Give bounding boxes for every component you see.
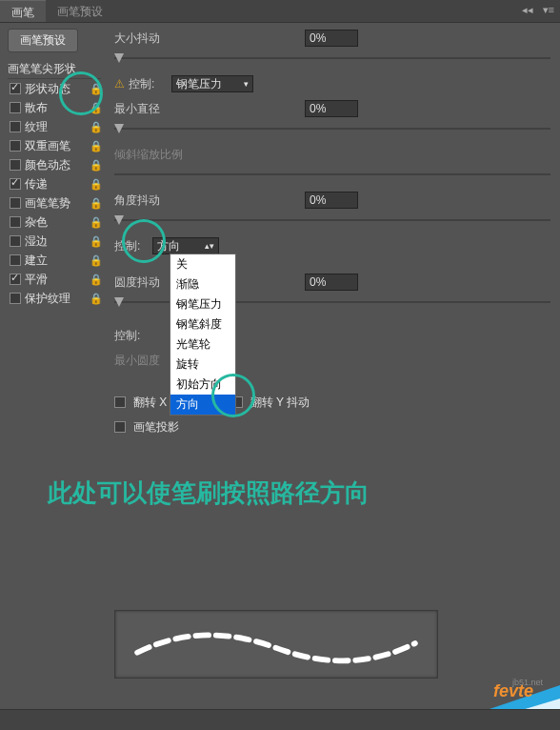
control-label-3: 控制:	[114, 328, 152, 344]
sidebar-item-双重画笔[interactable]: 双重画笔🔒	[8, 136, 101, 155]
svg-text:jb51.net: jb51.net	[511, 678, 544, 687]
sidebar-item-纹理[interactable]: 纹理🔒	[8, 117, 101, 136]
size-jitter-value[interactable]: 0%	[305, 30, 358, 47]
sidebar-item-建立[interactable]: 建立🔒	[8, 251, 101, 270]
lock-icon[interactable]: 🔒	[90, 197, 101, 210]
dropdown-option[interactable]: 渐隐	[170, 274, 235, 294]
chevron-updown-icon: ▴▾	[205, 241, 214, 251]
footer-bar	[0, 709, 560, 730]
lock-icon[interactable]: 🔒	[90, 178, 101, 191]
control-label-1: 控制:	[114, 76, 171, 92]
sidebar: 画笔预设 画笔笔尖形状 形状动态🔒散布🔒纹理🔒双重画笔🔒颜色动态🔒传递🔒画笔笔势…	[0, 23, 101, 448]
chevron-down-icon: ▾	[244, 79, 249, 89]
checkbox-icon	[10, 159, 21, 171]
lock-icon[interactable]: 🔒	[90, 274, 101, 286]
brush-preview	[114, 610, 438, 679]
tab-presets[interactable]: 画笔预设	[46, 0, 114, 22]
stroke-preview-icon	[115, 611, 437, 678]
dropdown-option[interactable]: 光笔轮	[170, 335, 235, 355]
checkbox-icon	[114, 421, 126, 433]
tilt-scale-label: 倾斜缩放比例	[114, 147, 183, 163]
min-diameter-label: 最小直径	[114, 101, 171, 117]
lock-icon[interactable]: 🔒	[90, 254, 101, 267]
checkbox-icon	[10, 274, 21, 285]
angle-jitter-label: 角度抖动	[114, 193, 171, 209]
lock-icon[interactable]: 🔒	[90, 83, 101, 95]
lock-icon[interactable]: 🔒	[90, 216, 101, 229]
brush-projection-checkbox[interactable]: 画笔投影	[114, 419, 179, 436]
min-diameter-slider[interactable]	[114, 124, 550, 135]
sidebar-item-平滑[interactable]: 平滑🔒	[8, 270, 101, 289]
roundness-jitter-value[interactable]: 0%	[305, 274, 358, 291]
control-dropdown-1[interactable]: 钢笔压力▾	[171, 75, 253, 92]
checkbox-icon	[10, 197, 21, 209]
flip-y-checkbox[interactable]: 翻转 Y 抖动	[231, 395, 310, 411]
min-roundness-label: 最小圆度	[114, 353, 171, 369]
sidebar-item-散布[interactable]: 散布🔒	[8, 98, 101, 117]
dropdown-option[interactable]: 关	[170, 254, 235, 274]
tab-bar: 画笔 画笔预设 ◂◂ ▾≡	[0, 0, 560, 23]
checkbox-icon	[10, 140, 21, 152]
control-label-2: 控制:	[114, 238, 152, 254]
annotation-text: 此处可以使笔刷按照路径方向	[48, 477, 370, 510]
roundness-jitter-label: 圆度抖动	[114, 274, 171, 291]
lock-icon[interactable]: 🔒	[90, 293, 101, 305]
checkbox-icon	[10, 121, 21, 132]
checkbox-icon	[10, 235, 21, 247]
lock-icon[interactable]: 🔒	[90, 121, 101, 133]
brush-preset-button[interactable]: 画笔预设	[8, 29, 78, 52]
checkbox-icon	[10, 216, 21, 228]
sidebar-item-湿边[interactable]: 湿边🔒	[8, 232, 101, 251]
control-dropdown-2-list: 关渐隐钢笔压力钢笔斜度光笔轮旋转初始方向方向	[170, 253, 236, 416]
panel-collapse-icon[interactable]: ◂◂	[522, 4, 533, 16]
checkbox-icon	[10, 102, 21, 113]
dropdown-option[interactable]: 钢笔斜度	[170, 314, 235, 335]
options-area: 大小抖动 0% 控制: 钢笔压力▾ 最小直径 0%	[101, 23, 560, 448]
min-diameter-value[interactable]: 0%	[305, 100, 358, 117]
checkbox-icon	[10, 178, 21, 190]
sidebar-item-颜色动态[interactable]: 颜色动态🔒	[8, 155, 101, 174]
angle-jitter-value[interactable]: 0%	[305, 192, 358, 209]
checkbox-icon	[10, 83, 21, 94]
lock-icon[interactable]: 🔒	[90, 235, 101, 248]
lock-icon[interactable]: 🔒	[90, 159, 101, 172]
dropdown-option[interactable]: 方向	[170, 395, 235, 415]
lock-icon[interactable]: 🔒	[90, 140, 101, 152]
angle-jitter-slider[interactable]	[114, 215, 550, 227]
size-jitter-label: 大小抖动	[114, 30, 171, 47]
sidebar-item-传递[interactable]: 传递🔒	[8, 174, 101, 193]
brush-tip-shape[interactable]: 画笔笔尖形状	[8, 60, 101, 79]
dropdown-option[interactable]: 旋转	[170, 355, 235, 375]
tab-brush[interactable]: 画笔	[0, 0, 46, 22]
sidebar-item-保护纹理[interactable]: 保护纹理🔒	[8, 289, 101, 308]
sidebar-item-形状动态[interactable]: 形状动态🔒	[8, 79, 101, 98]
dropdown-option[interactable]: 钢笔压力	[170, 294, 235, 314]
checkbox-icon	[114, 396, 126, 408]
checkbox-icon	[10, 293, 21, 304]
dropdown-option[interactable]: 初始方向	[170, 375, 235, 395]
tilt-scale-slider	[114, 170, 550, 181]
sidebar-item-杂色[interactable]: 杂色🔒	[8, 213, 101, 232]
checkbox-icon	[10, 254, 21, 266]
panel-menu-icon[interactable]: ▾≡	[543, 4, 554, 16]
lock-icon[interactable]: 🔒	[90, 102, 101, 114]
size-jitter-slider[interactable]	[114, 53, 550, 65]
sidebar-item-画笔笔势[interactable]: 画笔笔势🔒	[8, 193, 101, 213]
control-dropdown-2[interactable]: 方向▴▾	[152, 237, 219, 254]
